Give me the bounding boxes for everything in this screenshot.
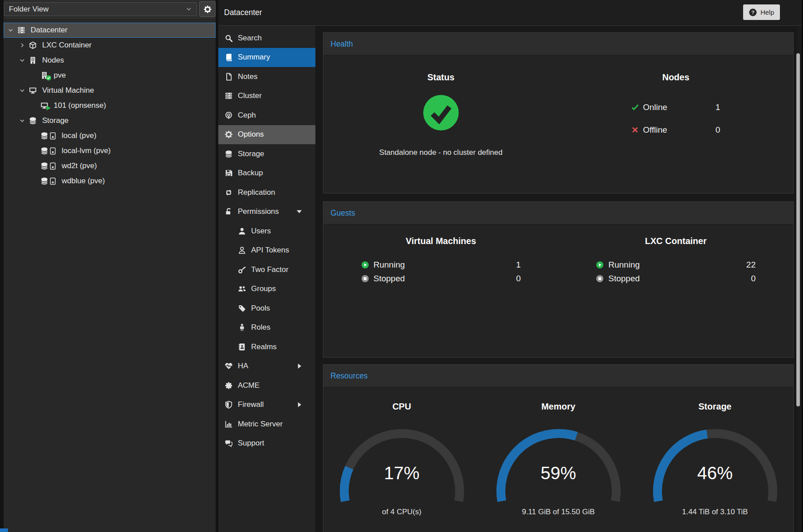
content-scrollbar-track[interactable] — [797, 26, 802, 532]
check-circle-icon — [422, 94, 460, 131]
tree-item-label: wdblue (pve) — [62, 177, 105, 185]
menu-item-cluster[interactable]: Cluster — [218, 87, 315, 106]
guest-row-stopped: Stopped0 — [361, 272, 521, 285]
menu-item-label: Summary — [238, 53, 270, 62]
desktop-icon — [29, 87, 37, 95]
menu-item-pools[interactable]: Pools — [218, 299, 315, 318]
content-header: Datacenter ? Help — [218, 0, 803, 26]
gauge-percent-value: 46% — [649, 463, 782, 483]
menu-item-options[interactable]: Options — [218, 125, 315, 145]
menu-item-ceph[interactable]: Ceph — [218, 106, 315, 125]
badge-play-icon — [46, 105, 51, 111]
chevron-right-icon — [19, 42, 25, 48]
menu-item-label: Permissions — [238, 207, 279, 216]
menu-item-storage[interactable]: Storage — [218, 144, 315, 164]
expander-chevron-down-icon[interactable] — [19, 118, 29, 124]
user-outline-icon — [238, 246, 246, 254]
menu-item-users[interactable]: Users — [218, 221, 315, 241]
menu-item-notes[interactable]: Notes — [218, 67, 315, 87]
content-scrollbar-thumb[interactable] — [796, 53, 800, 406]
building-icon — [29, 56, 37, 64]
triangle-right-icon — [295, 362, 303, 370]
stop-circle-icon — [361, 275, 369, 283]
gauge-arc: 59% — [492, 426, 625, 506]
tree-item-wd2t-pve[interactable]: wd2t (pve) — [4, 158, 216, 173]
menu-item-label: Storage — [238, 150, 264, 158]
user-icon — [238, 227, 246, 235]
datacenter-menu: SearchSummaryNotesClusterCephOptionsStor… — [218, 26, 315, 532]
tree-item-label: Nodes — [42, 56, 64, 65]
view-mode-select[interactable]: Folder View — [4, 2, 197, 16]
certificate-icon — [224, 382, 233, 390]
menu-item-label: Two Factor — [251, 265, 288, 274]
menu-item-backup[interactable]: Backup — [218, 164, 315, 183]
stop-circle-icon — [596, 275, 604, 283]
play-circle-icon — [596, 261, 604, 269]
chevron-down-icon — [19, 87, 25, 94]
node-status-value: 0 — [716, 125, 720, 135]
menu-item-label: Groups — [251, 284, 276, 293]
gauge-arc: 46% — [649, 426, 782, 506]
tree-item-pve[interactable]: pve — [4, 68, 216, 83]
play-circle-icon — [361, 261, 369, 269]
content-header-title: Datacenter — [224, 0, 262, 25]
menu-item-ha[interactable]: HA — [218, 357, 315, 376]
expander-chevron-down-icon[interactable] — [19, 87, 29, 94]
menu-item-realms[interactable]: Realms — [218, 337, 315, 357]
shield-icon — [224, 401, 233, 409]
menu-item-label: Pools — [251, 304, 270, 313]
tree-item-lxc-container[interactable]: LXC Container — [4, 38, 216, 53]
expander-chevron-right-icon[interactable] — [19, 42, 29, 48]
menu-item-two-factor[interactable]: Two Factor — [218, 260, 315, 280]
floppy-icon — [224, 169, 233, 177]
guest-row-running: Running1 — [361, 258, 521, 272]
health-panel-header: Health — [323, 33, 793, 55]
tree-settings-button[interactable] — [199, 1, 216, 17]
book-icon — [224, 53, 233, 61]
menu-item-api-tokens[interactable]: API Tokens — [218, 241, 315, 260]
triangle-right-icon — [295, 401, 303, 409]
tree-item-wdblue-pve[interactable]: wdblue (pve) — [4, 173, 216, 189]
tree-item-datacenter[interactable]: Datacenter — [4, 23, 216, 38]
menu-item-groups[interactable]: Groups — [218, 280, 315, 299]
tree-item-local-pve[interactable]: local (pve) — [4, 128, 216, 143]
tree-item-local-lvm-pve[interactable]: local-lvm (pve) — [4, 143, 216, 158]
guests-column-virtual-machines: Virtual MachinesRunning1Stopped0 — [323, 225, 559, 285]
desktop-icon — [40, 102, 48, 110]
menu-item-replication[interactable]: Replication — [218, 183, 315, 202]
menu-item-label: Ceph — [238, 111, 256, 120]
triangle-down-icon — [295, 208, 303, 216]
menu-item-support[interactable]: Support — [218, 434, 315, 453]
menu-item-acme[interactable]: ACME — [218, 376, 315, 395]
tree-toolbar: Folder View — [4, 0, 216, 20]
menu-item-metric-server[interactable]: Metric Server — [218, 414, 315, 434]
chevron-down-icon — [19, 57, 25, 63]
replication-icon — [224, 189, 233, 197]
address-book-icon — [238, 343, 246, 351]
tree-item-101-opnsense[interactable]: 101 (opnsense) — [4, 98, 216, 113]
person-icon — [238, 323, 246, 331]
guest-row-running: Running22 — [596, 258, 756, 272]
tree-item-virtual-machine[interactable]: Virtual Machine — [4, 83, 216, 98]
menu-item-firewall[interactable]: Firewall — [218, 395, 315, 415]
comments-icon — [224, 439, 233, 447]
menu-item-roles[interactable]: Roles — [218, 318, 315, 338]
menu-item-permissions[interactable]: Permissions — [218, 202, 315, 222]
menu-item-search[interactable]: Search — [218, 28, 315, 48]
resource-tree-panel: Folder View DatacenterLXC ContainerNodes… — [4, 0, 216, 532]
menu-item-summary[interactable]: Summary — [218, 48, 315, 67]
tree-item-label: Datacenter — [31, 26, 67, 35]
expander-chevron-down-icon[interactable] — [8, 27, 17, 33]
nodes-heading: Nodes — [662, 72, 689, 83]
database-icon — [40, 177, 48, 185]
chevron-down-icon — [185, 6, 192, 12]
nodes-status-list: Online1Offline0 — [631, 96, 720, 141]
drive-icon — [50, 132, 56, 140]
cluster-status-column: Status Standalone node - no cluster defi… — [323, 55, 559, 157]
expander-chevron-down-icon[interactable] — [19, 57, 29, 63]
node-status-row-offline: Offline0 — [631, 118, 720, 141]
menu-item-label: Users — [251, 227, 271, 236]
tree-item-storage[interactable]: Storage — [4, 113, 216, 128]
tree-item-nodes[interactable]: Nodes — [4, 53, 216, 68]
help-button[interactable]: ? Help — [743, 4, 780, 20]
